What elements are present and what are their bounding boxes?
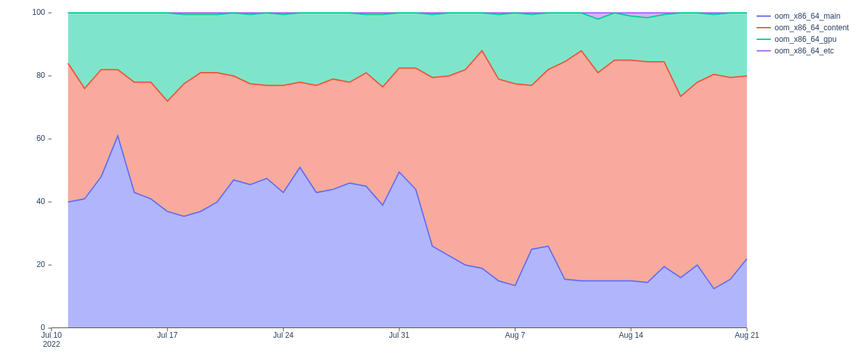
stacked-area-chart[interactable] xyxy=(52,13,747,328)
x-tick-label: Jul 10 xyxy=(41,331,62,340)
legend-swatch xyxy=(757,15,771,17)
y-tick-label: 100 xyxy=(32,8,45,17)
x-tick-label: Aug 7 xyxy=(505,331,525,340)
legend-swatch xyxy=(757,39,771,40)
legend-item[interactable]: oom_x86_64_content xyxy=(757,22,849,33)
chart-container: oom_x86_64_mainoom_x86_64_contentoom_x86… xyxy=(0,0,868,359)
legend-item[interactable]: oom_x86_64_main xyxy=(757,10,849,22)
legend-label: oom_x86_64_main xyxy=(775,10,840,22)
y-tick-label: 20 xyxy=(37,260,45,269)
x-tick-label: Jul 24 xyxy=(273,331,294,340)
legend-item[interactable]: oom_x86_64_gpu xyxy=(757,33,849,45)
legend-label: oom_x86_64_content xyxy=(775,22,849,33)
x-tick-label: Aug 21 xyxy=(735,331,759,340)
legend-swatch xyxy=(757,50,771,51)
legend-label: oom_x86_64_gpu xyxy=(775,33,836,45)
y-tick-label: 80 xyxy=(37,71,45,80)
x-tick-label: Jul 31 xyxy=(389,331,410,340)
legend-item[interactable]: oom_x86_64_etc xyxy=(757,45,849,57)
x-tick-label: Jul 17 xyxy=(157,331,178,340)
legend[interactable]: oom_x86_64_mainoom_x86_64_contentoom_x86… xyxy=(757,10,849,57)
legend-label: oom_x86_64_etc xyxy=(775,45,834,57)
y-tick-label: 40 xyxy=(37,197,45,206)
x-tick-label: Aug 14 xyxy=(619,331,643,340)
x-tick-year: 2022 xyxy=(43,340,61,349)
y-tick-label: 60 xyxy=(37,134,45,143)
legend-swatch xyxy=(757,27,771,28)
